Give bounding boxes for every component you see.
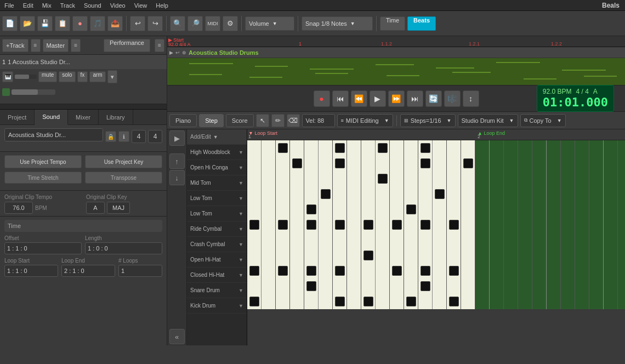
step-cell-4-12[interactable] [418,202,433,217]
step-cell-9-5[interactable] [319,278,333,294]
step-cell-6-0[interactable] [247,232,262,248]
step-cell-4-24[interactable] [589,202,604,217]
step-cell-5-6[interactable] [333,217,347,232]
step-cell-1-23[interactable] [575,156,589,171]
step-cell-9-1[interactable] [262,278,276,294]
step-cell-2-7[interactable] [347,171,361,186]
step-cell-1-22[interactable] [561,156,575,171]
step-cell-8-10[interactable] [390,263,404,278]
step-cell-9-14[interactable] [447,278,461,294]
step-cell-4-10[interactable] [390,202,404,217]
step-cell-0-8[interactable] [361,140,376,156]
use-project-key-button[interactable]: Use Project Key [85,155,162,168]
time-sig-4-top[interactable]: 4 [132,130,146,143]
step-cell-0-15[interactable] [461,140,475,156]
step-cell-0-3[interactable] [290,140,304,156]
step-cell-6-25[interactable] [604,232,618,248]
step-cell-3-11[interactable] [404,186,418,202]
step-cell-8-12[interactable] [418,263,433,278]
go-start-button[interactable]: ⏮ [332,90,349,107]
play-button[interactable]: ▶ [370,90,386,107]
step-cell-3-19[interactable] [518,186,532,202]
step-cell-0-17[interactable] [490,140,504,156]
step-cell-10-9[interactable] [376,294,390,309]
step-cell-1-9[interactable] [376,156,390,171]
step-cell-6-7[interactable] [347,232,361,248]
step-cell-9-19[interactable] [518,278,532,294]
tab-library[interactable]: Library [99,110,133,125]
transpose-button[interactable]: Transpose [85,172,162,184]
step-cell-10-18[interactable] [504,294,518,309]
step-cell-2-14[interactable] [447,171,461,186]
collapse-button[interactable]: « [169,329,185,344]
step-cell-5-20[interactable] [532,217,547,232]
step-cell-7-16[interactable] [475,248,490,263]
step-cell-7-24[interactable] [589,248,604,263]
step-cell-0-4[interactable] [304,140,319,156]
step-cell-2-3[interactable] [290,171,304,186]
step-cell-6-4[interactable] [304,232,319,248]
step-cell-9-20[interactable] [532,278,547,294]
step-cell-3-13[interactable] [433,186,447,202]
track-hscroll[interactable] [0,104,167,110]
copy-dropdown[interactable]: ⧉ Copy To ▼ [520,114,566,127]
track-expand-button[interactable]: ▼ [107,70,117,83]
step-cell-0-21[interactable] [547,140,561,156]
step-cell-7-11[interactable] [404,248,418,263]
step-cell-3-2[interactable] [276,186,290,202]
track-instrument-icon[interactable]: 🎹 [2,71,13,82]
step-cell-2-1[interactable] [262,171,276,186]
select-tool-button[interactable]: ↖ [256,114,269,127]
step-cell-6-24[interactable] [589,232,604,248]
settings-button[interactable]: ⚙ [223,16,238,31]
step-cell-7-17[interactable] [490,248,504,263]
step-cell-5-21[interactable] [547,217,561,232]
step-cell-0-11[interactable] [404,140,418,156]
step-cell-6-10[interactable] [390,232,404,248]
step-cell-0-7[interactable] [347,140,361,156]
track-menu-button[interactable]: ≡ [31,39,41,52]
step-cell-9-13[interactable] [433,278,447,294]
step-cell-6-11[interactable] [404,232,418,248]
step-cell-6-26[interactable] [618,232,625,248]
step-cell-5-14[interactable] [447,217,461,232]
step-cell-8-25[interactable] [604,263,618,278]
fast-forward-button[interactable]: ⏩ [388,90,405,107]
menu-sound[interactable]: Sound [79,1,106,10]
step-cell-0-16[interactable] [475,140,490,156]
step-cell-2-4[interactable] [304,171,319,186]
step-cell-2-13[interactable] [433,171,447,186]
step-cell-4-15[interactable] [461,202,475,217]
step-cell-4-1[interactable] [262,202,276,217]
step-cell-4-0[interactable] [247,202,262,217]
step-cell-1-13[interactable] [433,156,447,171]
step-cell-1-1[interactable] [262,156,276,171]
step-cell-1-3[interactable] [290,156,304,171]
step-cell-6-16[interactable] [475,232,490,248]
offset-input[interactable]: 1 : 1 : 0 [4,242,82,254]
step-cell-4-8[interactable] [361,202,376,217]
step-cell-3-22[interactable] [561,186,575,202]
step-cell-9-11[interactable] [404,278,418,294]
step-cell-10-8[interactable] [361,294,376,309]
track-lock-icon[interactable]: 🔒 [105,131,116,142]
step-cell-4-13[interactable] [433,202,447,217]
step-cell-5-13[interactable] [433,217,447,232]
step-cell-2-8[interactable] [361,171,376,186]
drum-key-10[interactable]: Kick Drum▼ [187,298,247,314]
drum-key-3[interactable]: Low Tom▼ [187,191,247,206]
step-cell-10-1[interactable] [262,294,276,309]
bounce-button[interactable]: ↕ [463,90,479,107]
step-cell-4-5[interactable] [319,202,333,217]
drum-key-9[interactable]: Snare Drum▼ [187,283,247,298]
step-cell-3-14[interactable] [447,186,461,202]
drum-key-1[interactable]: Open Hi Conga▼ [187,160,247,175]
step-cell-10-19[interactable] [518,294,532,309]
bpm-input[interactable] [4,202,33,214]
time-stretch-button[interactable]: Time Stretch [4,172,82,184]
step-cell-8-13[interactable] [433,263,447,278]
time-button[interactable]: Time [380,16,405,31]
render-button[interactable]: 🎵 [90,16,105,31]
step-cell-4-4[interactable] [304,202,319,217]
fx-button[interactable]: fx [77,71,88,82]
